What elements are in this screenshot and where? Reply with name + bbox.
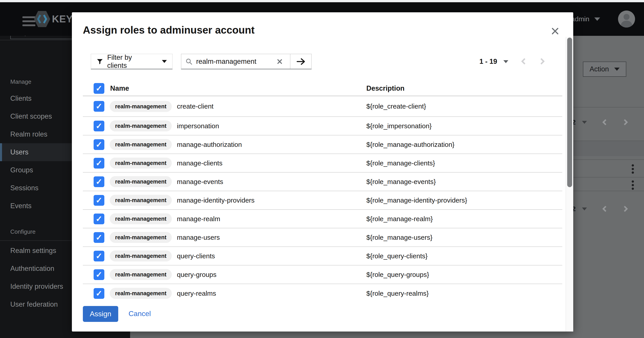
- role-name: manage-clients: [177, 159, 222, 167]
- backdrop-prev-page-icon[interactable]: [601, 205, 608, 213]
- role-description: ${role_query-groups}: [366, 271, 429, 278]
- modal-scrollbar-thumb[interactable]: [567, 38, 572, 187]
- search-icon: [186, 58, 192, 65]
- column-name: Name: [110, 84, 129, 92]
- arrow-right-icon: [296, 58, 306, 65]
- role-name: query-realms: [177, 290, 216, 297]
- client-badge: realm-management: [110, 158, 172, 168]
- client-badge: realm-management: [110, 195, 172, 206]
- role-checkbox[interactable]: ✓: [94, 288, 104, 299]
- filter-icon: [96, 58, 103, 65]
- roles-table: ✓ Name Description ✓ realm-management cr…: [83, 81, 562, 303]
- role-description: ${role_manage-events}: [366, 178, 436, 186]
- role-row: ✓ realm-management manage-events ${role_…: [83, 172, 562, 191]
- role-name: impersonation: [177, 122, 219, 130]
- role-checkbox[interactable]: ✓: [94, 195, 104, 206]
- role-checkbox[interactable]: ✓: [94, 269, 104, 280]
- role-name: manage-events: [177, 178, 223, 186]
- row-kebab-menu-icon[interactable]: [632, 164, 634, 174]
- client-badge: realm-management: [110, 288, 172, 299]
- modal-toolbar: Filter by clients realm-management: [72, 54, 573, 70]
- search-clear-button[interactable]: [274, 58, 286, 65]
- role-checkbox[interactable]: ✓: [94, 139, 104, 150]
- role-row: ✓ realm-management manage-users ${role_m…: [83, 228, 562, 247]
- backdrop-next-page-icon[interactable]: [622, 205, 629, 213]
- client-badge: realm-management: [110, 232, 172, 243]
- user-menu-caret-icon[interactable]: [594, 18, 600, 21]
- column-description: Description: [366, 84, 405, 92]
- search-input[interactable]: realm-management: [182, 54, 290, 69]
- client-badge: realm-management: [110, 213, 172, 224]
- action-caret-icon: [614, 68, 620, 71]
- role-description: ${role_manage-authorization}: [366, 141, 454, 148]
- role-row: ✓ realm-management manage-realm ${role_m…: [83, 210, 562, 228]
- select-all-checkbox[interactable]: ✓: [94, 83, 104, 94]
- client-badge: realm-management: [110, 269, 172, 280]
- role-checkbox[interactable]: ✓: [94, 176, 104, 187]
- role-row: ✓ realm-management impersonation ${role_…: [83, 117, 562, 136]
- avatar-person-icon: [618, 10, 635, 28]
- row-kebab-menu-icon[interactable]: [632, 180, 634, 190]
- role-checkbox[interactable]: ✓: [94, 251, 104, 262]
- filter-caret-icon: [162, 60, 167, 63]
- role-name: manage-identity-providers: [177, 196, 254, 204]
- window-top-strip: [0, 0, 644, 2]
- backdrop-pagination-caret-icon[interactable]: [582, 121, 587, 124]
- role-row: ✓ realm-management manage-authorization …: [83, 136, 562, 154]
- role-name: query-groups: [177, 271, 216, 278]
- role-name: manage-realm: [177, 215, 220, 223]
- backdrop-pagination-caret-icon[interactable]: [582, 208, 587, 210]
- pagination-caret-icon[interactable]: [504, 60, 508, 63]
- client-badge: realm-management: [110, 101, 172, 112]
- role-row: ✓ realm-management create-client ${role_…: [83, 96, 562, 117]
- search-value: realm-management: [196, 58, 274, 66]
- role-checkbox[interactable]: ✓: [94, 232, 104, 243]
- role-name: manage-authorization: [177, 141, 242, 148]
- cancel-link[interactable]: Cancel: [128, 310, 151, 318]
- role-description: ${role_manage-identity-providers}: [366, 196, 467, 204]
- action-label: Action: [590, 65, 609, 73]
- role-description: ${role_query-realms}: [366, 290, 428, 297]
- username-label: admin: [571, 15, 589, 23]
- role-checkbox[interactable]: ✓: [94, 158, 104, 168]
- role-description: ${role_manage-clients}: [366, 159, 435, 167]
- role-description: ${role_impersonation}: [366, 122, 432, 130]
- filter-by-clients-dropdown[interactable]: Filter by clients: [91, 54, 173, 70]
- role-description: ${role_manage-users}: [366, 234, 432, 241]
- assign-roles-modal: Assign roles to adminuser account Filter…: [72, 12, 573, 332]
- role-checkbox[interactable]: ✓: [94, 121, 104, 132]
- role-name: query-clients: [177, 252, 215, 260]
- roles-table-header: ✓ Name Description: [83, 81, 562, 96]
- client-badge: realm-management: [110, 139, 172, 150]
- role-row: ✓ realm-management query-clients ${role_…: [83, 247, 562, 266]
- chevron-right-icon: [539, 57, 546, 65]
- role-name: manage-users: [177, 234, 220, 241]
- role-checkbox[interactable]: ✓: [94, 101, 104, 112]
- role-checkbox[interactable]: ✓: [94, 214, 104, 224]
- client-badge: realm-management: [110, 120, 172, 132]
- filter-label: Filter by clients: [107, 54, 153, 70]
- backdrop-next-page-icon[interactable]: [622, 118, 629, 126]
- client-badge: realm-management: [110, 250, 172, 262]
- role-name: create-client: [177, 102, 214, 110]
- role-row: ✓ realm-management manage-identity-provi…: [83, 191, 562, 210]
- search-submit-button[interactable]: [290, 54, 311, 69]
- backdrop-prev-page-icon[interactable]: [601, 118, 608, 126]
- avatar[interactable]: [618, 10, 635, 28]
- role-description: ${role_manage-realm}: [366, 215, 433, 223]
- prev-page-button[interactable]: [520, 57, 527, 66]
- client-badge: realm-management: [110, 176, 172, 187]
- user-menu: admin: [571, 2, 644, 36]
- role-row: ✓ realm-management query-groups ${role_q…: [83, 266, 562, 284]
- role-row: ✓ realm-management query-realms ${role_q…: [83, 284, 562, 303]
- modal-title: Assign roles to adminuser account: [83, 24, 254, 36]
- role-row: ✓ realm-management manage-clients ${role…: [83, 154, 562, 172]
- next-page-button[interactable]: [539, 57, 546, 66]
- modal-pagination: 1 - 19: [480, 54, 546, 70]
- action-dropdown-button[interactable]: Action: [583, 62, 626, 77]
- pagination-range-label: 1 - 19: [480, 58, 497, 66]
- modal-close-button[interactable]: [549, 25, 561, 37]
- screen: KEYCLOAK admin Expertflow ManageClientsC…: [0, 0, 644, 338]
- assign-button[interactable]: Assign: [83, 306, 118, 322]
- modal-scrollbar: [566, 37, 573, 332]
